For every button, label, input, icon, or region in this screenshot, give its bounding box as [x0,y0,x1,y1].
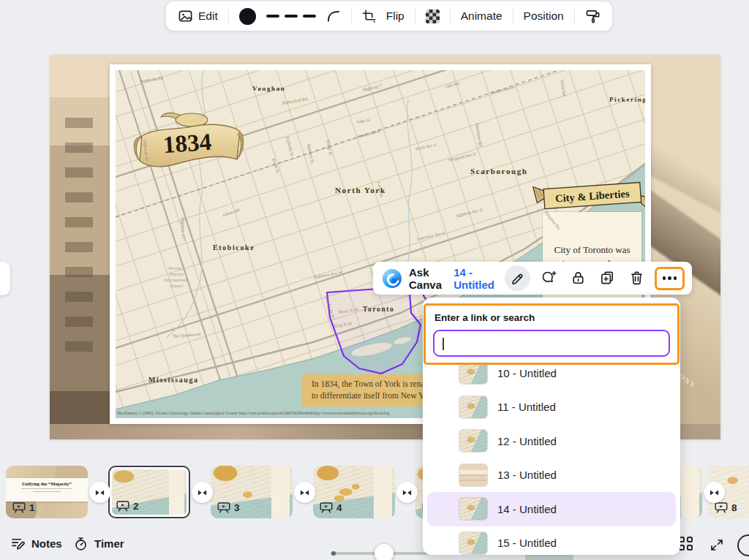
slide-number: 1 [29,502,35,513]
notes-label: Notes [31,537,62,550]
page-option[interactable]: 15 - Untitled [427,526,676,556]
toolbar-divider [513,8,513,24]
transition-button[interactable] [704,482,725,503]
transition-button[interactable] [192,482,213,503]
notes-button[interactable]: Notes [10,536,62,551]
map-label: Toronto [168,266,182,270]
page-thumbnail [459,464,487,486]
slide-number-badge: 2 [116,501,139,512]
position-button[interactable]: Position [524,10,564,23]
transition-icon [709,488,720,497]
lock-button[interactable] [567,268,589,290]
image-icon [178,9,193,24]
transition-button[interactable] [294,482,315,503]
zoom-slider-min-dot [331,551,336,556]
toolbar-divider [574,8,575,24]
timer-button[interactable]: Timer [73,536,124,551]
slide-number-badge: 4 [320,502,342,513]
curve-line-button[interactable] [326,9,341,23]
map-label: Mississauga [148,376,199,384]
map-label: Scarborough [470,167,528,175]
page-thumbnail [459,430,487,452]
page-thumbnail [459,498,487,520]
presentation-screen-icon [12,502,26,513]
flip-label: Flip [386,10,404,23]
year-banner[interactable]: 1834 [130,107,247,180]
slide-thumbnail-3[interactable]: 3 [211,466,293,518]
ask-canva-label[interactable]: Ask Canva [409,266,443,291]
pencil-icon [510,270,526,287]
comment-button[interactable] [538,268,560,290]
toolbar-divider [415,8,415,24]
paint-roller-icon [585,9,601,24]
region-card-line1: City of Toronto was [543,244,641,256]
page-option-label: 15 - Untitled [497,537,557,549]
text-caret [443,338,444,350]
ask-canva-icon[interactable] [383,269,402,288]
style-paint-roller-button[interactable] [585,9,601,24]
edit-link-button[interactable] [505,265,530,291]
link-label: Enter a link or search [434,312,535,323]
stroke-weight-button[interactable] [266,13,316,19]
more-options-button[interactable] [655,267,685,290]
page-link-button[interactable]: 14 - Untitled [453,266,494,291]
presentation-screen-icon [116,501,129,512]
animate-label: Animate [461,10,503,23]
comment-plus-icon [541,270,557,287]
expand-arrows-icon [710,537,724,552]
toolbar-divider [450,8,451,24]
page-option-label: 13 - Untitled [497,469,557,481]
toolbar-divider [228,8,229,24]
page-option[interactable]: 11 - Untitled [427,390,676,425]
curve-icon [326,9,341,23]
slide-number-badge: 8 [715,502,737,513]
slide-thumbnail-1[interactable]: Unifying the “Megacity”1 [6,466,88,518]
link-popover: 10 - Untitled11 - Untitled12 - Untitled1… [423,298,680,555]
fullscreen-button[interactable] [710,537,724,552]
transition-icon [197,488,208,497]
timer-label: Timer [94,537,124,550]
transparency-button[interactable] [426,10,440,23]
trash-icon [628,270,645,287]
lock-icon [570,270,587,287]
slide-number: 4 [336,502,342,513]
link-input[interactable] [433,330,670,357]
crop-button[interactable] [362,10,376,23]
timer-icon [73,536,89,551]
page-option[interactable]: 13 - Untitled [427,458,676,493]
page-option[interactable]: 14 - Untitled [427,492,676,526]
map-label: Airport [170,284,183,288]
page-option[interactable]: 12 - Untitled [427,424,676,458]
presentation-screen-icon [715,502,728,513]
duplicate-plus-icon [599,270,616,287]
slide-number: 8 [731,502,737,513]
transition-button[interactable] [396,482,418,503]
transition-icon [94,488,105,497]
help-button[interactable] [737,534,749,556]
slide-thumbnail-4[interactable]: 4 [313,466,395,518]
flip-button[interactable]: Flip [386,10,404,23]
context-toolbar: Ask Canva 14 - Untitled [373,262,692,295]
animate-button[interactable]: Animate [461,10,503,23]
map-label: Vaughan [252,85,285,92]
transition-button[interactable] [89,482,110,503]
page-thumbnail [459,362,487,384]
grid-view-button[interactable] [679,537,695,553]
notes-icon [10,536,26,551]
map-label: Toronto [363,306,394,313]
zoom-slider-handle[interactable] [374,544,394,560]
delete-button[interactable] [625,268,647,290]
position-label: Position [524,10,564,23]
slide-number-badge: 3 [217,502,240,513]
map-label: Pickering [609,96,645,103]
page-thumbnail [459,396,487,418]
duplicate-button[interactable] [596,268,618,290]
citation-text: MacNamara, J. (2005). Toronto Chronology… [117,411,461,415]
sidebar-expand-tab[interactable] [0,262,10,295]
slide-thumbnail-2[interactable]: 2 [108,466,190,518]
edit-button[interactable]: Edit [178,9,218,24]
map-label: Pearson [169,272,184,276]
toolbar-divider [351,8,352,24]
color-swatch-button[interactable] [239,8,256,25]
transition-icon [299,488,310,497]
